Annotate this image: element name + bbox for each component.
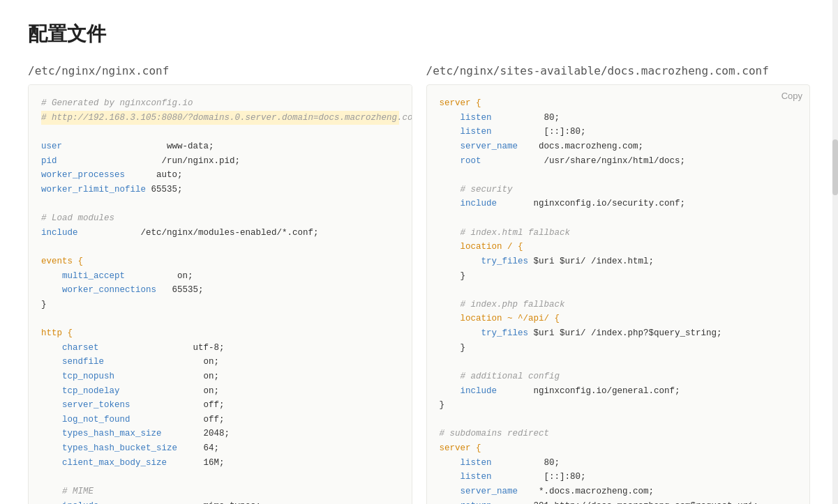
right-config-header: /etc/nginx/sites-available/docs.macrozhe…	[426, 64, 811, 77]
scrollbar-thumb[interactable]	[832, 139, 838, 195]
left-code-block: # Generated by nginxconfig.io# http://19…	[28, 84, 412, 504]
scrollbar-track	[832, 0, 838, 504]
right-config-panel: /etc/nginx/sites-available/docs.macrozhe…	[426, 64, 811, 504]
right-code-block: Copyserver { listen 80; listen [::]:80; …	[426, 84, 811, 504]
page-wrapper: 配置文件 /etc/nginx/nginx.conf # Generated b…	[0, 0, 838, 504]
copy-button[interactable]: Copy	[781, 91, 802, 101]
configs-row: /etc/nginx/nginx.conf # Generated by ngi…	[28, 64, 810, 504]
left-config-panel: /etc/nginx/nginx.conf # Generated by ngi…	[28, 64, 412, 504]
page-title: 配置文件	[28, 21, 810, 47]
left-config-header: /etc/nginx/nginx.conf	[28, 64, 412, 77]
